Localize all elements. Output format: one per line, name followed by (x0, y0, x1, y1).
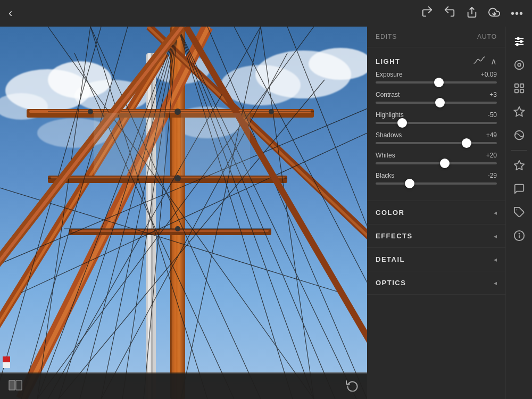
effects-expand-icon: ◂ (494, 232, 497, 240)
healing-button[interactable] (509, 78, 530, 99)
comment-button[interactable] (509, 178, 530, 200)
svg-rect-74 (3, 362, 10, 368)
highlights-slider-row: Highlights -50 (376, 111, 497, 124)
photo-area (0, 27, 367, 399)
color-section: COLOR ◂ (367, 201, 505, 225)
blacks-track-container (376, 182, 497, 185)
svg-rect-88 (514, 89, 518, 93)
icon-bar (505, 27, 532, 399)
highlights-track[interactable] (376, 122, 497, 124)
svg-rect-89 (520, 84, 523, 87)
revert-button[interactable] (346, 379, 359, 394)
curve-button[interactable] (472, 55, 486, 68)
svg-rect-76 (9, 380, 15, 390)
contrast-track-container (376, 102, 497, 104)
contrast-thumb[interactable] (435, 98, 445, 107)
detail-title: DETAIL (376, 255, 405, 263)
contrast-track[interactable] (376, 102, 497, 104)
effects-section: EFFECTS ◂ (367, 225, 505, 248)
light-expand-button[interactable]: ∧ (491, 56, 497, 66)
effects-title: EFFECTS (376, 232, 413, 240)
highlights-thumb[interactable] (397, 118, 407, 128)
exposure-thumb[interactable] (434, 78, 444, 87)
optics-section-header[interactable]: OPTICS ◂ (367, 271, 505, 294)
shadows-track-container (376, 142, 497, 144)
color-title: COLOR (376, 209, 404, 217)
svg-point-86 (518, 63, 521, 66)
redo-button[interactable] (421, 6, 433, 21)
cloud-button[interactable] (488, 6, 500, 21)
right-panel: EDITS AUTO LIGHT ∧ (367, 27, 505, 399)
effects-section-header[interactable]: EFFECTS ◂ (367, 225, 505, 247)
tag-button[interactable] (509, 202, 530, 223)
auto-button[interactable]: AUTO (477, 33, 497, 40)
svg-point-66 (174, 175, 181, 181)
blacks-label: Blacks (376, 172, 394, 179)
exposure-track[interactable] (376, 81, 497, 84)
icon-bar-divider (511, 150, 527, 151)
svg-marker-92 (514, 161, 523, 170)
toolbar-right: ••• (421, 6, 523, 21)
svg-rect-78 (16, 380, 22, 390)
svg-point-69 (269, 109, 274, 114)
contrast-label: Contrast (376, 91, 400, 98)
crop-button[interactable] (509, 54, 530, 76)
shadows-track[interactable] (376, 142, 497, 144)
edits-label: EDITS (376, 33, 397, 40)
detail-expand-icon: ◂ (494, 256, 497, 263)
photo-bottom-bar (0, 373, 367, 399)
shadows-value: +49 (478, 131, 497, 139)
shadows-label: Shadows (376, 131, 402, 139)
contrast-value: +3 (478, 91, 497, 98)
whites-value: +20 (478, 152, 497, 159)
svg-point-67 (175, 226, 180, 231)
light-header: LIGHT ∧ (367, 47, 505, 71)
highlights-value: -50 (478, 111, 497, 119)
light-sliders-container: Exposure +0.09 Contrast +3 (367, 71, 505, 201)
exposure-slider-row: Exposure +0.09 (376, 71, 497, 84)
adjust-panel-button[interactable] (509, 31, 530, 52)
info-button[interactable] (509, 225, 530, 246)
whites-thumb[interactable] (440, 159, 450, 168)
whites-track-container (376, 162, 497, 164)
color-section-header[interactable]: COLOR ◂ (367, 201, 505, 224)
more-button[interactable]: ••• (511, 7, 523, 20)
svg-rect-73 (3, 356, 10, 362)
shadows-slider-row: Shadows +49 (376, 131, 497, 144)
blacks-thumb[interactable] (405, 179, 414, 188)
panel-header: EDITS AUTO (367, 27, 505, 47)
whites-slider-row: Whites +20 (376, 152, 497, 164)
selective-button[interactable] (509, 101, 530, 122)
shadows-thumb[interactable] (462, 138, 471, 148)
undo-button[interactable] (444, 6, 455, 21)
ship-image (0, 27, 367, 399)
svg-point-68 (88, 109, 93, 114)
contrast-slider-row: Contrast +3 (376, 91, 497, 104)
detail-section: DETAIL ◂ (367, 248, 505, 271)
star-button[interactable] (509, 155, 530, 176)
light-title: LIGHT (376, 57, 401, 65)
light-controls: ∧ (472, 55, 497, 68)
top-toolbar: ‹ •• (0, 0, 532, 27)
svg-point-85 (514, 61, 523, 70)
blacks-value: -29 (478, 172, 497, 179)
optics-section: OPTICS ◂ (367, 271, 505, 295)
svg-rect-29 (72, 230, 269, 232)
blacks-slider-row: Blacks -29 (376, 172, 497, 185)
back-button[interactable]: ‹ (9, 6, 12, 20)
svg-rect-70 (94, 113, 165, 176)
whites-label: Whites (376, 152, 395, 159)
highlights-label: Highlights (376, 111, 404, 119)
detail-section-header[interactable]: DETAIL ◂ (367, 248, 505, 271)
mixer-button[interactable] (509, 124, 530, 146)
share-button[interactable] (466, 6, 478, 21)
compare-button[interactable] (9, 380, 22, 393)
exposure-label: Exposure (376, 71, 403, 78)
whites-track[interactable] (376, 162, 497, 164)
toolbar-left: ‹ (9, 6, 12, 20)
blacks-track[interactable] (376, 182, 497, 185)
light-section: LIGHT ∧ Exposure (367, 47, 505, 201)
svg-point-83 (520, 40, 522, 43)
svg-point-84 (516, 44, 518, 46)
svg-rect-71 (181, 113, 250, 176)
